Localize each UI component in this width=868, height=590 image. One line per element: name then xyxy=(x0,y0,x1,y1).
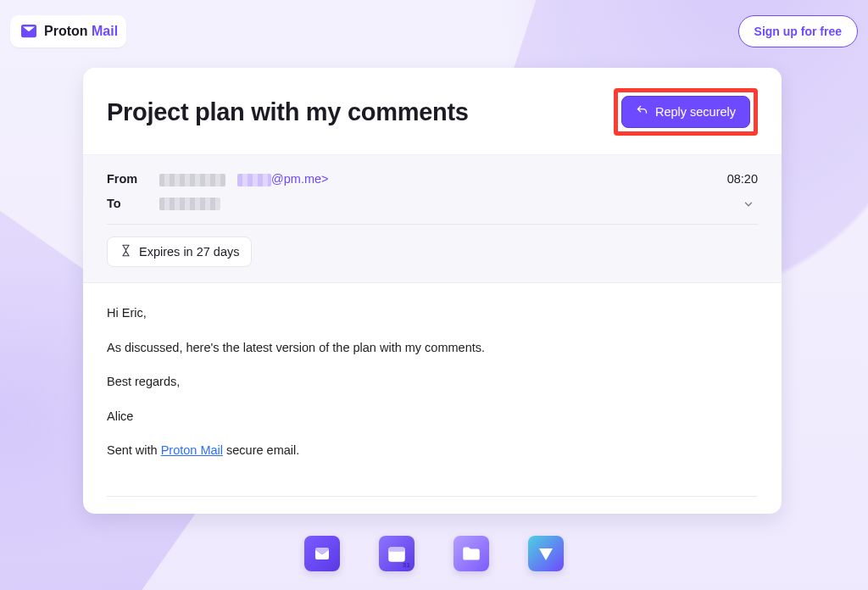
expiration-label: Expires in 27 days xyxy=(139,245,239,259)
top-bar: Proton Mail Sign up for free xyxy=(10,15,858,47)
message-meta: From @pm.me> 08:20 To Expires in 27 days xyxy=(83,154,782,283)
proton-mail-icon[interactable] xyxy=(304,536,340,571)
signup-button[interactable]: Sign up for free xyxy=(738,15,858,47)
reply-button-label: Reply securely xyxy=(655,105,736,119)
proton-calendar-icon[interactable]: 31 xyxy=(379,536,415,571)
redacted-to xyxy=(159,198,220,210)
svg-rect-1 xyxy=(388,547,405,551)
message-subject: Project plan with my comments xyxy=(107,98,469,126)
body-line: Hi Eric, xyxy=(107,303,758,322)
product-icons-row: 31 xyxy=(304,536,564,571)
body-line: As discussed, here's the latest version … xyxy=(107,338,758,357)
sent-suffix: secure email. xyxy=(223,443,299,457)
meta-from-row: From @pm.me> 08:20 xyxy=(107,167,758,192)
proton-mail-link[interactable]: Proton Mail xyxy=(161,443,223,457)
to-value xyxy=(159,197,220,211)
message-body: Hi Eric, As discussed, here's the latest… xyxy=(83,283,782,483)
redacted-email-user xyxy=(237,174,271,186)
message-time: 08:20 xyxy=(727,172,758,186)
card-header: Project plan with my comments Reply secu… xyxy=(83,68,782,154)
meta-divider xyxy=(107,224,758,225)
brand-text: Proton Mail xyxy=(44,24,118,39)
redacted-name xyxy=(159,174,225,186)
body-line: Alice xyxy=(107,407,758,426)
meta-to-row: To xyxy=(107,192,758,216)
calendar-day-badge: 31 xyxy=(403,561,410,569)
from-value: @pm.me> xyxy=(159,172,329,186)
brand-badge: Proton Mail xyxy=(10,15,126,47)
body-line: Best regards, xyxy=(107,372,758,391)
proton-vpn-icon[interactable] xyxy=(528,536,564,571)
proton-drive-icon[interactable] xyxy=(453,536,489,571)
hourglass-icon xyxy=(120,244,132,259)
brand-product: Mail xyxy=(92,24,118,38)
message-card: Project plan with my comments Reply secu… xyxy=(83,68,782,514)
from-label: From xyxy=(107,172,144,186)
reply-highlight-box: Reply securely xyxy=(614,88,758,136)
proton-mail-logo-icon xyxy=(19,21,39,42)
reply-arrow-icon xyxy=(636,104,648,120)
expand-recipients-button[interactable] xyxy=(743,198,754,214)
brand-name: Proton xyxy=(44,24,88,38)
body-divider xyxy=(107,496,758,497)
from-email-suffix: @pm.me> xyxy=(271,172,329,186)
expiration-chip: Expires in 27 days xyxy=(107,237,252,267)
sent-prefix: Sent with xyxy=(107,443,161,457)
to-label: To xyxy=(107,197,144,210)
reply-securely-button[interactable]: Reply securely xyxy=(621,96,750,128)
body-signature: Sent with Proton Mail secure email. xyxy=(107,441,758,459)
